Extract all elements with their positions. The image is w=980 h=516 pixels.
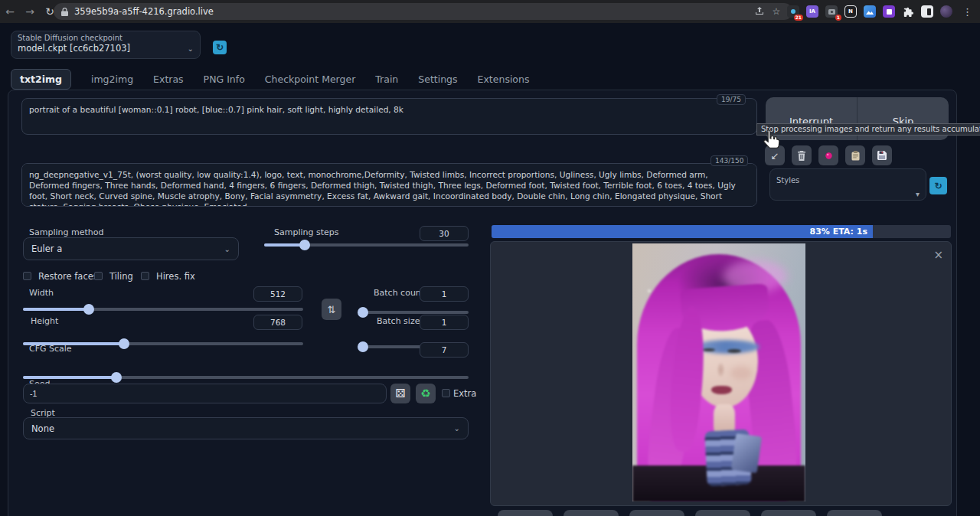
styles-refresh-button[interactable]: ↻ (929, 177, 947, 194)
negative-prompt-token-counter: 143/150 (710, 155, 748, 166)
batch-count-label: Batch count (374, 288, 424, 298)
seed-extra-label: Extra (453, 388, 476, 399)
sidebar-toggle-icon[interactable] (921, 5, 933, 18)
cfg-scale-value[interactable]: 7 (420, 342, 469, 358)
output-gallery: × (490, 241, 952, 506)
script-dropdown[interactable]: None ⌄ (23, 417, 469, 439)
sampling-steps-value[interactable]: 30 (420, 226, 469, 241)
browser-menu-icon[interactable]: ⋮ (959, 6, 975, 18)
progress-text: 83% ETA: 1s (810, 227, 867, 237)
sampling-method-dropdown[interactable]: Euler a ⌄ (23, 237, 239, 260)
checkpoint-label: Stable Diffusion checkpoint (18, 34, 194, 42)
hires-fix-label: Hires. fix (156, 271, 195, 282)
extension-tray: 21 IA 1 N ⋮ (787, 3, 975, 20)
checkpoint-value: model.ckpt [cc6cb27103] (18, 43, 130, 54)
reuse-seed-recycle-button[interactable]: ♻ (416, 384, 436, 403)
seed-input[interactable] (23, 384, 387, 403)
sampling-method-value: Euler a (31, 243, 62, 254)
extension-camera-icon[interactable]: 1 (825, 5, 838, 18)
cfg-scale-label: CFG Scale (29, 344, 72, 354)
lock-icon (61, 8, 68, 16)
share-icon[interactable] (751, 6, 768, 18)
extra-networks-icon[interactable] (818, 145, 838, 165)
tab-bar: txt2img img2img Extras PNG Info Checkpoi… (11, 68, 549, 90)
styles-dropdown[interactable]: ▾ (776, 190, 920, 198)
chevron-down-icon: ▾ (916, 190, 920, 198)
chevron-down-icon: ⌄ (224, 245, 230, 253)
width-label: Width (29, 288, 54, 298)
batch-count-value[interactable]: 1 (420, 286, 469, 302)
bookmark-star-icon[interactable]: ☆ (768, 6, 785, 17)
cfg-scale-slider[interactable] (23, 376, 469, 379)
batch-count-slider[interactable] (358, 311, 469, 314)
tab-extras[interactable]: Extras (153, 73, 184, 85)
height-value[interactable]: 768 (253, 315, 302, 330)
tab-settings[interactable]: Settings (418, 73, 457, 85)
sampling-method-label: Sampling method (29, 227, 103, 237)
apply-styles-clipboard-icon[interactable] (845, 145, 865, 165)
extension-notion-icon[interactable]: N (844, 5, 857, 18)
extensions-puzzle-icon[interactable] (902, 5, 914, 18)
batch-size-value[interactable]: 1 (420, 315, 469, 330)
seed-extra-checkbox[interactable] (442, 389, 450, 397)
prompt-input[interactable]: portrait of a beautiful [woman::0.1] rob… (21, 98, 757, 135)
generated-image[interactable] (632, 243, 805, 501)
tiling-label: Tiling (109, 271, 133, 282)
send-to-inpaint-button[interactable] (695, 510, 750, 516)
profile-avatar[interactable] (940, 5, 952, 18)
tab-train[interactable]: Train (375, 73, 398, 85)
swap-width-height-button[interactable]: ⇅ (322, 299, 341, 320)
tab-png-info[interactable]: PNG Info (204, 73, 245, 85)
forward-icon[interactable]: → (20, 5, 40, 18)
tab-extensions[interactable]: Extensions (478, 73, 530, 85)
height-label: Height (31, 316, 58, 326)
send-to-img2img-button[interactable] (629, 510, 684, 516)
open-folder-button[interactable] (827, 510, 882, 516)
browser-toolbar: ← → ↻ 359e5b9a-a5ff-4216.gradio.live ☆ 2… (0, 0, 980, 23)
extension-dot-icon[interactable]: 21 (787, 5, 799, 18)
zip-button[interactable] (564, 510, 619, 516)
sampling-steps-label: Sampling steps (274, 227, 339, 237)
styles-label: Styles (776, 176, 799, 185)
tiling-checkbox[interactable] (94, 272, 103, 280)
sampling-steps-slider[interactable] (264, 243, 469, 247)
width-slider[interactable] (23, 308, 303, 311)
extension-photos-icon[interactable] (864, 5, 876, 18)
generation-progress-bar: 83% ETA: 1s (492, 225, 951, 238)
url-text: 359e5b9a-a5ff-4216.gradio.live (74, 6, 751, 17)
tab-txt2img[interactable]: txt2img (11, 69, 71, 90)
extension-ia-icon[interactable]: IA (806, 5, 818, 18)
extension-onenote-icon[interactable] (883, 5, 895, 18)
restore-faces-checkbox[interactable] (23, 272, 31, 280)
tab-img2img[interactable]: img2img (91, 73, 133, 85)
chevron-down-icon: ⌄ (188, 44, 194, 53)
hires-fix-checkbox[interactable] (141, 272, 149, 280)
mouse-cursor-hand (761, 129, 781, 152)
checkpoint-refresh-button[interactable]: ↻ (213, 41, 227, 54)
back-icon[interactable]: ← (0, 5, 20, 18)
address-bar[interactable]: 359e5b9a-a5ff-4216.gradio.live ☆ (54, 3, 792, 20)
stable-diffusion-webui: Stable Diffusion checkpoint model.ckpt [… (0, 23, 980, 516)
close-icon[interactable]: × (933, 248, 943, 262)
prompt-token-counter: 19/75 (717, 94, 746, 105)
clear-prompt-trash-icon[interactable] (792, 145, 812, 165)
restore-faces-label: Restore faces (38, 271, 98, 282)
tab-checkpoint-merger[interactable]: Checkpoint Merger (265, 73, 355, 85)
save-style-floppy-icon[interactable] (872, 145, 892, 165)
send-to-extras-button[interactable] (761, 510, 816, 516)
chevron-down-icon: ⌄ (454, 424, 460, 433)
checkpoint-block: Stable Diffusion checkpoint model.ckpt [… (11, 31, 201, 59)
random-seed-dice-button[interactable]: ⚄ (390, 384, 410, 403)
checkpoint-dropdown[interactable]: model.ckpt [cc6cb27103] ⌄ (18, 43, 194, 54)
negative-prompt-input[interactable]: ng_deepnegative_v1_75t, (worst quality, … (21, 163, 757, 207)
save-button[interactable] (498, 510, 553, 516)
styles-block: Styles ▾ (769, 168, 926, 201)
width-value[interactable]: 512 (253, 286, 302, 302)
script-value: None (31, 423, 54, 434)
batch-size-label: Batch size (377, 316, 420, 326)
progress-fill: 83% ETA: 1s (492, 225, 873, 238)
interrupt-tooltip: Stop processing images and return any re… (756, 123, 980, 136)
